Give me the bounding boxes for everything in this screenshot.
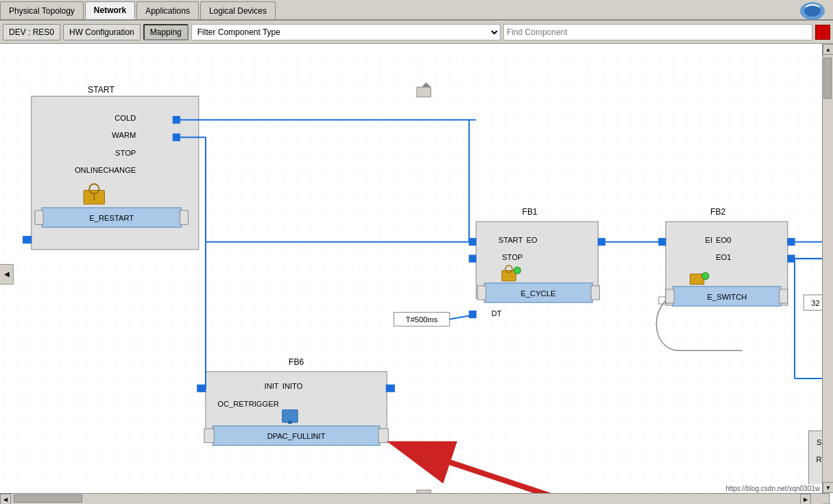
svg-text:STOP: STOP <box>115 149 136 157</box>
scroll-right-arrow[interactable]: ▶ <box>800 494 811 504</box>
svg-rect-11 <box>173 134 180 141</box>
svg-text:E_SWITCH: E_SWITCH <box>708 293 747 301</box>
svg-text:EO: EO <box>527 236 538 244</box>
svg-text:T#500ms: T#500ms <box>406 315 438 324</box>
svg-text:E_RESTART: E_RESTART <box>89 214 134 222</box>
scroll-thumb-horizontal[interactable] <box>14 494 82 503</box>
svg-text:WARM: WARM <box>112 131 136 139</box>
svg-text:E_CYCLE: E_CYCLE <box>520 289 555 298</box>
scrollbar-vertical[interactable]: ▲ ▼ <box>822 44 833 493</box>
canvas-area: ◀ START COLD WARM STOP ONLINECHANGE <box>0 44 833 504</box>
tab-applications[interactable]: Applications <box>136 1 199 19</box>
status-bar-text: https://blog.csdn.net/xqn0301w <box>723 484 822 493</box>
svg-text:R: R <box>817 455 822 464</box>
scroll-up-arrow[interactable]: ▲ <box>823 44 833 55</box>
app-logo <box>799 1 826 21</box>
close-red-button[interactable] <box>815 25 830 40</box>
svg-text:EO0: EO0 <box>716 236 731 244</box>
mapping-button[interactable]: Mapping <box>143 24 189 40</box>
svg-point-1 <box>804 5 821 16</box>
tab-physical-topology[interactable]: Physical Topology <box>0 1 84 19</box>
svg-text:INIT: INIT <box>265 382 279 390</box>
svg-text:32: 32 <box>811 299 819 307</box>
svg-rect-53 <box>666 289 674 303</box>
tab-logical-devices[interactable]: Logical Devices <box>200 1 276 19</box>
svg-rect-25 <box>469 239 476 245</box>
svg-rect-66 <box>288 420 292 424</box>
svg-text:FB2: FB2 <box>710 207 726 217</box>
svg-point-30 <box>514 267 520 274</box>
svg-rect-36 <box>469 311 476 317</box>
svg-text:OC_RETRIGGER: OC_RETRIGGER <box>217 400 278 408</box>
dev-res0-button[interactable]: DEV : RES0 <box>3 24 60 40</box>
svg-rect-45 <box>659 239 666 245</box>
svg-text:START: START <box>498 236 523 244</box>
svg-rect-10 <box>173 117 180 123</box>
svg-rect-32 <box>477 286 485 300</box>
svg-rect-69 <box>378 429 388 442</box>
svg-text:INITO: INITO <box>282 382 303 390</box>
svg-rect-63 <box>197 385 206 392</box>
svg-rect-33 <box>591 286 599 300</box>
diagram-svg: START COLD WARM STOP ONLINECHANGE E_REST… <box>0 44 833 504</box>
tab-bar: Physical Topology Network Applications L… <box>0 0 833 21</box>
svg-rect-47 <box>788 255 795 262</box>
tab-network[interactable]: Network <box>85 1 135 19</box>
svg-rect-27 <box>598 239 605 245</box>
svg-rect-84 <box>417 87 431 97</box>
svg-rect-54 <box>780 289 788 303</box>
find-component-input[interactable] <box>503 24 812 40</box>
svg-rect-64 <box>386 385 394 392</box>
svg-text:DT: DT <box>492 309 502 317</box>
svg-rect-68 <box>204 429 214 442</box>
svg-text:S: S <box>817 438 821 446</box>
svg-text:COLD: COLD <box>114 114 136 122</box>
svg-text:STOP: STOP <box>502 253 522 261</box>
svg-text:FB6: FB6 <box>289 357 304 367</box>
svg-text:FB1: FB1 <box>522 207 538 217</box>
scroll-left-arrow[interactable]: ◀ <box>0 494 11 504</box>
filter-component-type-select[interactable]: Filter Component Type <box>191 24 500 40</box>
svg-rect-16 <box>35 211 43 224</box>
svg-text:EO1: EO1 <box>716 253 731 261</box>
hw-configuration-button[interactable]: HW Configuration <box>63 24 141 40</box>
svg-rect-26 <box>469 255 476 262</box>
svg-point-49 <box>702 272 709 279</box>
svg-rect-46 <box>788 239 795 245</box>
svg-text:START: START <box>88 85 114 95</box>
scrollbar-horizontal[interactable]: ◀ ▶ <box>0 493 822 504</box>
svg-text:EI: EI <box>705 236 713 244</box>
scroll-thumb-vertical[interactable] <box>823 58 832 99</box>
scroll-down-arrow[interactable]: ▼ <box>823 482 833 493</box>
svg-text:DPAC_FULLINIT: DPAC_FULLINIT <box>267 432 326 440</box>
svg-rect-19 <box>23 237 32 243</box>
svg-rect-17 <box>180 211 188 224</box>
collapse-arrow[interactable]: ◀ <box>0 264 14 285</box>
svg-text:ONLINECHANGE: ONLINECHANGE <box>75 166 136 174</box>
toolbar: DEV : RES0 HW Configuration Mapping Filt… <box>0 21 833 44</box>
